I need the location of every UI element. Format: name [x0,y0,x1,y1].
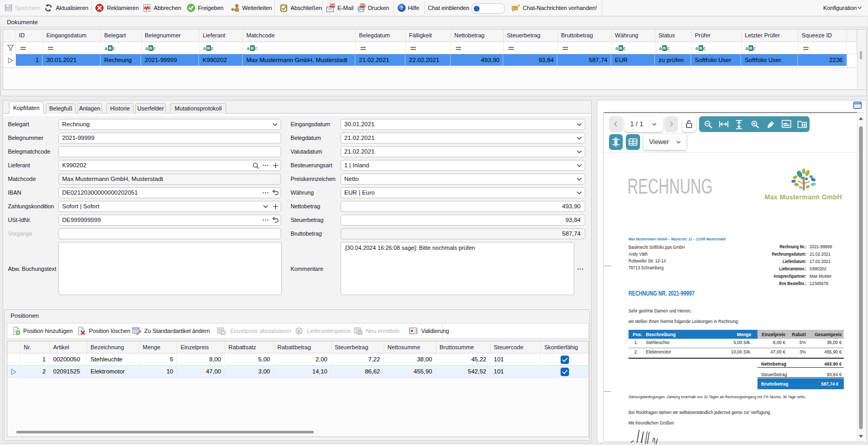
svg-text:PDF: PDF [360,4,365,7]
svg-text:?: ? [400,5,403,11]
svg-text:€: € [297,329,300,334]
svg-text:PDF: PDF [330,4,335,7]
